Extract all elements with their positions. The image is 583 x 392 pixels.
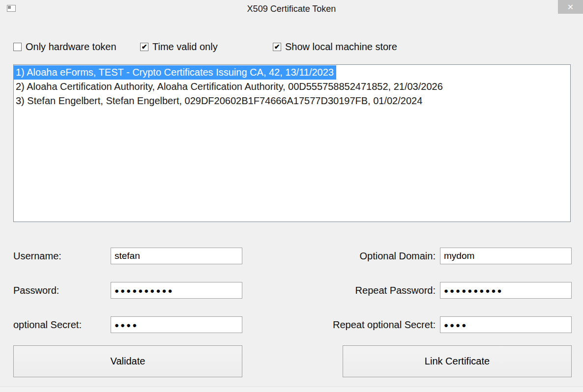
certificate-list-item-2[interactable]: 2) Aloaha Certification Authority, Aloah… <box>14 80 445 94</box>
close-button[interactable]: ✕ <box>558 0 583 14</box>
repeat-optional-secret-input[interactable] <box>440 316 572 333</box>
optional-secret-label: optional Secret: <box>13 316 82 333</box>
optional-domain-label: Optional Domain: <box>206 248 436 264</box>
checkbox-checked-icon[interactable]: ✔ <box>273 43 281 51</box>
window-title: X509 Certificate Token <box>247 4 336 14</box>
checkbox-checked-icon[interactable]: ✔ <box>140 43 148 51</box>
optional-domain-input[interactable] <box>440 248 572 264</box>
window-icon <box>7 5 16 12</box>
repeat-password-input[interactable] <box>440 282 572 299</box>
window-bottom-edge <box>0 387 583 392</box>
username-label: Username: <box>13 248 61 264</box>
titlebar[interactable]: X509 Certificate Token ✕ <box>0 0 583 21</box>
checkbox-time-valid-only[interactable]: ✔Time valid only <box>140 41 218 52</box>
link-certificate-button[interactable]: Link Certificate <box>343 345 572 377</box>
repeat-optional-secret-label: Repeat optional Secret: <box>206 316 436 333</box>
checkbox-only-hardware-token[interactable]: Only hardware token <box>13 41 117 52</box>
window: { "window": { "title": "X509 Certificate… <box>0 0 583 392</box>
password-label: Password: <box>13 282 59 299</box>
certificate-list-item-3[interactable]: 3) Stefan Engelbert, Stefan Engelbert, 0… <box>14 94 425 108</box>
checkbox-label: Only hardware token <box>26 41 117 53</box>
checkbox-label: Time valid only <box>152 41 218 53</box>
validate-button[interactable]: Validate <box>13 345 242 377</box>
certificate-list-item-1[interactable]: 1) Aloaha eForms, TEST - Crypto Certific… <box>14 65 336 80</box>
repeat-password-label: Repeat Password: <box>206 282 436 299</box>
checkbox-label: Show local machine store <box>285 41 397 53</box>
certificate-listbox[interactable]: 1) Aloaha eForms, TEST - Crypto Certific… <box>13 64 571 222</box>
checkbox-unchecked-icon[interactable] <box>13 43 22 51</box>
checkbox-show-local-machine-store[interactable]: ✔Show local machine store <box>273 41 397 52</box>
close-icon: ✕ <box>567 2 574 12</box>
